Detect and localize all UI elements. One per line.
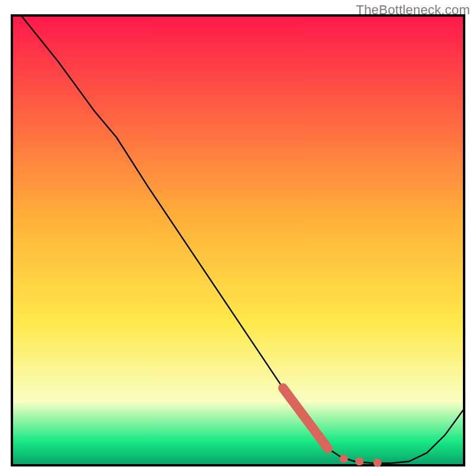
highlight-dot [355,458,364,466]
plot-area [13,17,463,464]
highlight-dot [340,455,348,463]
watermark: TheBottleneck.com [356,2,470,18]
bottleneck-chart [0,0,476,476]
highlight-dot [373,459,381,467]
